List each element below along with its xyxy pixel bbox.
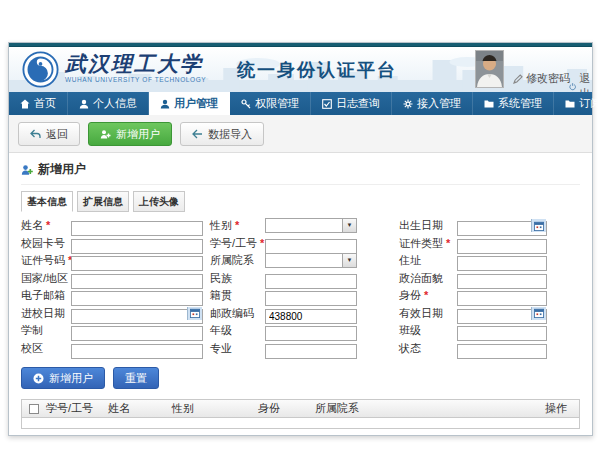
id-type-field[interactable] <box>457 239 547 254</box>
email-field[interactable] <box>71 291 203 306</box>
home-icon <box>20 99 30 109</box>
field-label: 进校日期* <box>21 306 71 321</box>
field-label: 有效日期* <box>357 306 457 321</box>
university-title-block: 武汉理工大学 WUHAN UNIVERSITY OF TECHNOLOGY <box>65 52 206 83</box>
log-check-icon <box>322 99 332 109</box>
address-field[interactable] <box>457 256 547 271</box>
class-field[interactable] <box>457 326 547 341</box>
auth-platform-window: 武汉理工大学 WUHAN UNIVERSITY OF TECHNOLOGY 统一… <box>8 42 593 436</box>
required-asterisk: * <box>424 289 428 301</box>
field-label: 国家/地区* <box>21 271 71 286</box>
page-toolbar: 返回 新增用户 数据导入 <box>9 115 592 153</box>
gear-icon <box>403 99 413 109</box>
user-add-color-icon <box>21 164 33 176</box>
required-asterisk: * <box>235 219 239 231</box>
university-name-en: WUHAN UNIVERSITY OF TECHNOLOGY <box>65 76 206 83</box>
nav-item-log-query[interactable]: 日志查询 <box>311 92 392 115</box>
id-number-field[interactable] <box>71 256 203 271</box>
app-header: 武汉理工大学 WUHAN UNIVERSITY OF TECHNOLOGY 统一… <box>9 47 592 92</box>
tab-extended-info[interactable]: 扩展信息 <box>77 191 129 212</box>
field-label: 政治面貌* <box>357 271 457 286</box>
status-field[interactable] <box>457 344 547 359</box>
user-list-table: 学号/工号 姓名 性别 身份 所属院系 操作 <box>21 399 580 429</box>
tab-basic-info[interactable]: 基本信息 <box>21 191 73 212</box>
field-label: 电子邮箱* <box>21 288 71 303</box>
field-label: 姓名* <box>21 218 71 233</box>
nav-item-access-management[interactable]: 接入管理 <box>392 92 473 115</box>
field-label: 班级* <box>357 323 457 338</box>
field-label: 校区* <box>21 341 71 356</box>
col-gender: 性别 <box>168 401 254 416</box>
select-all-checkbox[interactable] <box>29 404 39 414</box>
ethnicity-field[interactable] <box>265 274 357 289</box>
department-select[interactable]: ▼ <box>265 253 357 268</box>
field-label: 证件类型* <box>357 236 457 251</box>
political-status-field[interactable] <box>457 274 547 289</box>
student-id-field[interactable] <box>265 239 357 254</box>
field-label: 性别* <box>203 218 265 233</box>
back-arrow-icon <box>30 129 41 139</box>
reset-button[interactable]: 重置 <box>113 367 159 389</box>
grade-field[interactable] <box>265 326 357 341</box>
col-department: 所属院系 <box>311 401 541 416</box>
calendar-icon[interactable] <box>531 219 546 232</box>
import-arrow-icon <box>192 129 203 139</box>
chevron-down-icon[interactable]: ▼ <box>342 254 356 267</box>
back-button[interactable]: 返回 <box>18 122 80 146</box>
field-label: 邮政编码* <box>203 306 265 321</box>
gender-select[interactable]: ▼ <box>265 218 357 233</box>
university-name-cn: 武汉理工大学 <box>65 52 206 76</box>
field-label: 状态* <box>357 341 457 356</box>
form-actions: 新增用户 重置 <box>21 367 580 389</box>
section-title: 新增用户 <box>21 158 580 185</box>
add-user-toolbar-button[interactable]: 新增用户 <box>88 122 172 146</box>
users-icon <box>160 99 170 109</box>
name-field[interactable] <box>71 221 203 236</box>
pencil-icon <box>513 74 523 84</box>
field-label: 住址* <box>357 253 457 268</box>
entry-date-field[interactable] <box>71 309 203 324</box>
col-identity: 身份 <box>254 401 311 416</box>
country-region-field[interactable] <box>71 274 203 289</box>
field-label: 身份* <box>357 288 457 303</box>
campus-card-field[interactable] <box>71 239 203 254</box>
field-label: 出生日期* <box>357 218 457 233</box>
chevron-down-icon[interactable]: ▼ <box>342 219 356 232</box>
change-password-link[interactable]: 修改密码 <box>513 71 570 86</box>
data-import-button[interactable]: 数据导入 <box>180 122 264 146</box>
nav-item-user-management[interactable]: 用户管理 <box>149 92 230 115</box>
main-nav: 首页 个人信息 用户管理 权限管理 日志查询 接入管理 系统管理 订阅管理 <box>9 92 592 115</box>
schooling-length-field[interactable] <box>71 326 203 341</box>
col-operation: 操作 <box>541 401 579 416</box>
platform-title: 统一身份认证平台 <box>237 58 397 82</box>
table-header-row: 学号/工号 姓名 性别 身份 所属院系 操作 <box>22 400 579 418</box>
nav-item-system-management[interactable]: 系统管理 <box>473 92 554 115</box>
calendar-icon[interactable] <box>531 307 546 320</box>
tab-upload-avatar[interactable]: 上传头像 <box>133 191 185 212</box>
submit-add-user-button[interactable]: 新增用户 <box>21 367 105 389</box>
folder-icon <box>484 99 494 109</box>
native-place-field[interactable] <box>265 291 357 306</box>
user-avatar <box>475 50 504 88</box>
user-icon <box>79 99 89 109</box>
nav-item-home[interactable]: 首页 <box>9 92 68 115</box>
key-icon <box>241 99 251 109</box>
identity-field[interactable] <box>457 291 547 306</box>
field-label: 所属院系* <box>203 253 265 268</box>
campus-field[interactable] <box>71 344 203 359</box>
calendar-icon[interactable] <box>187 307 202 320</box>
major-field[interactable] <box>265 344 357 359</box>
new-user-panel: 新增用户 基本信息 扩展信息 上传头像 姓名* 性别* ▼ 出生日期* 校园卡号… <box>9 153 592 435</box>
postal-code-field[interactable] <box>265 309 357 324</box>
logout-link[interactable]: 退出 <box>569 71 592 92</box>
nav-item-subscription-management[interactable]: 订阅管理 <box>554 92 600 115</box>
required-asterisk: * <box>446 237 450 249</box>
field-label: 民族* <box>203 271 265 286</box>
nav-item-personal-info[interactable]: 个人信息 <box>68 92 149 115</box>
field-label: 学制* <box>21 323 71 338</box>
basic-info-form: 姓名* 性别* ▼ 出生日期* 校园卡号* 学号/工号* 证件类型* 证件号码*… <box>21 217 580 357</box>
nav-item-permission-management[interactable]: 权限管理 <box>230 92 311 115</box>
user-add-icon <box>100 129 111 140</box>
info-tabs: 基本信息 扩展信息 上传头像 <box>21 191 580 212</box>
col-name: 姓名 <box>104 401 168 416</box>
